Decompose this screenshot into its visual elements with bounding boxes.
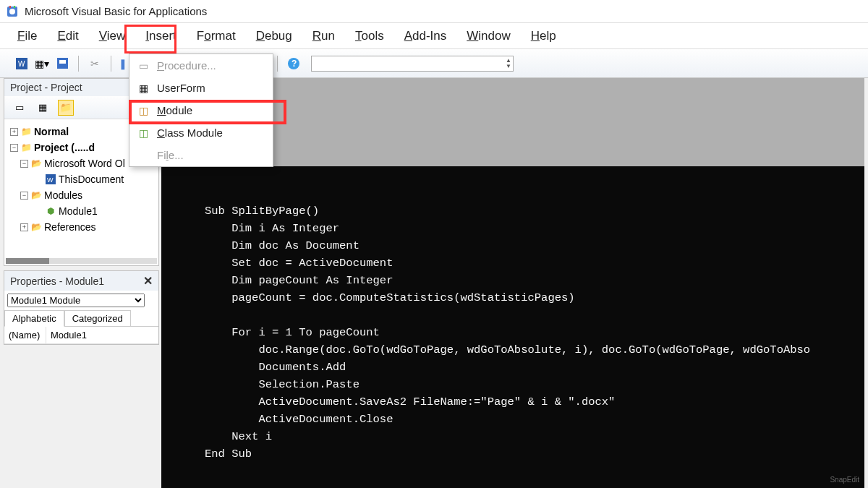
search-nav-arrows[interactable]: ▲ ▼: [504, 58, 513, 69]
menu-window[interactable]: Window: [464, 26, 513, 46]
tree-project-label: Project (.....d: [34, 142, 95, 153]
tree-thisdocument-label: ThisDocument: [59, 174, 124, 185]
collapse-icon[interactable]: −: [10, 144, 18, 152]
svg-point-1: [9, 9, 15, 14]
save-icon[interactable]: [55, 56, 69, 71]
tree-modules-folder[interactable]: − 📂 Modules: [7, 187, 156, 203]
close-icon[interactable]: ✕: [143, 274, 153, 288]
folder-icon: 📂: [30, 158, 42, 169]
properties-panel: Properties - Module1 ✕ Module1 Module Al…: [4, 270, 159, 345]
tab-categorized[interactable]: Categorized: [64, 310, 131, 327]
window-title: Microsoft Visual Basic for Applications: [25, 5, 207, 17]
module-icon: ◫: [137, 105, 150, 116]
menu-help[interactable]: Help: [528, 26, 559, 46]
horizontal-scrollbar[interactable]: [6, 258, 157, 264]
menu-run[interactable]: Run: [310, 26, 338, 46]
properties-panel-title: Properties - Module1 ✕: [4, 271, 158, 291]
menu-format[interactable]: Format: [194, 26, 239, 46]
tree-modules-label: Modules: [44, 189, 82, 201]
folder-icon: 📂: [30, 189, 42, 201]
cut-icon[interactable]: ✂: [88, 56, 102, 71]
menu-item-userform[interactable]: ▦ UserForm: [129, 77, 273, 99]
menu-item-classmodule[interactable]: ◫ Class Module: [129, 121, 273, 144]
menu-tools[interactable]: Tools: [352, 26, 387, 46]
menu-view[interactable]: View: [96, 26, 129, 46]
property-name-label: (Name): [4, 327, 46, 343]
tree-module1[interactable]: ⬢ Module1: [7, 203, 156, 219]
tree-references[interactable]: + 📂 References: [7, 219, 156, 235]
menu-insert[interactable]: Insert: [142, 26, 179, 46]
menu-file[interactable]: File: [14, 26, 40, 46]
properties-tabs: Alphabetic Categorized: [4, 310, 158, 327]
properties-grid: (Name) Module1: [4, 326, 158, 344]
toolbar-separator: [277, 56, 278, 72]
tree-module1-label: Module1: [59, 205, 98, 217]
menu-item-module[interactable]: ◫ Module: [129, 99, 273, 121]
view-dropdown-icon[interactable]: ▦▾: [35, 56, 49, 71]
property-name-value[interactable]: Module1: [46, 327, 91, 343]
svg-text:?: ?: [292, 59, 297, 69]
userform-icon: ▦: [137, 82, 150, 94]
procedure-icon: ▭: [137, 60, 150, 72]
watermark: SnapEdit: [830, 476, 859, 484]
menu-addins[interactable]: Add-Ins: [401, 26, 450, 46]
project-icon: 📁: [20, 142, 32, 153]
tree-thisdocument[interactable]: W ThisDocument: [7, 171, 156, 187]
menu-item-procedure: ▭ Procedure...: [129, 54, 273, 77]
menu-item-file: File...: [129, 144, 273, 166]
toolbar-separator: [78, 56, 79, 72]
properties-object-select[interactable]: Module1 Module: [7, 294, 156, 307]
arrow-down-icon[interactable]: ▼: [504, 64, 513, 69]
app-icon: [6, 5, 19, 18]
collapse-icon[interactable]: −: [20, 160, 28, 168]
svg-rect-7: [59, 60, 66, 64]
property-row-name[interactable]: (Name) Module1: [4, 327, 158, 344]
document-icon: W: [45, 174, 56, 185]
module-node-icon: ⬢: [45, 205, 56, 217]
menubar: File Edit View Insert Format Debug Run T…: [0, 23, 868, 49]
expand-icon[interactable]: +: [10, 128, 18, 136]
menu-debug[interactable]: Debug: [253, 26, 295, 46]
help-icon[interactable]: ?: [286, 56, 301, 71]
tree-word-objects-label: Microsoft Word Ol: [44, 158, 125, 169]
code-editor[interactable]: Sub SplitByPage() Dim i As Integer Dim d…: [161, 166, 864, 488]
svg-text:W: W: [47, 176, 54, 184]
view-object-icon[interactable]: ▦: [35, 100, 51, 116]
folder-toggle-icon[interactable]: 📁: [58, 100, 74, 116]
view-code-icon[interactable]: ▭: [12, 100, 27, 116]
object-dropdown[interactable]: Module1 Module: [7, 294, 145, 307]
svg-rect-2: [9, 6, 11, 8]
folder-icon: 📂: [30, 221, 42, 233]
menu-edit[interactable]: Edit: [54, 26, 81, 46]
tree-normal-label: Normal: [34, 126, 69, 137]
collapse-icon[interactable]: −: [20, 192, 28, 200]
titlebar: Microsoft Visual Basic for Applications: [0, 0, 868, 23]
toolbar-separator: [111, 56, 111, 72]
svg-rect-3: [14, 6, 15, 8]
expand-icon[interactable]: +: [20, 223, 28, 231]
properties-title-text: Properties - Module1: [10, 275, 104, 287]
word-icon[interactable]: W: [14, 56, 29, 71]
insert-dropdown-menu: ▭ Procedure... ▦ UserForm ◫ Module ◫ Cla…: [129, 53, 273, 167]
svg-text:W: W: [18, 60, 25, 68]
project-title-text: Project - Project: [10, 82, 82, 93]
project-icon: 📁: [20, 126, 32, 137]
tab-alphabetic[interactable]: Alphabetic: [4, 310, 64, 327]
class-module-icon: ◫: [137, 127, 150, 139]
scrollbar-thumb[interactable]: [6, 258, 49, 264]
search-box[interactable]: ▲ ▼: [311, 56, 514, 72]
tree-references-label: References: [44, 221, 96, 233]
